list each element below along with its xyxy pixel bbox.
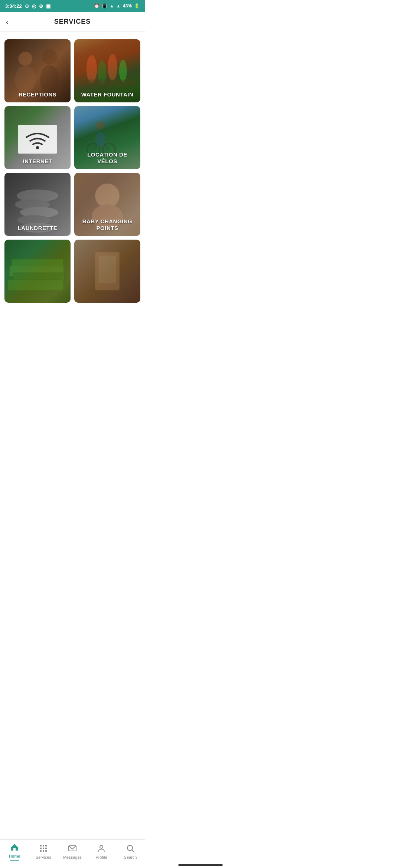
svg-point-16 (95, 132, 105, 147)
svg-point-9 (36, 146, 39, 149)
baby-changing-label: BABY CHANGING POINTS (74, 214, 140, 236)
service-card-internet[interactable]: INTERNET (4, 106, 71, 169)
svg-rect-27 (8, 280, 63, 290)
svg-rect-8 (81, 79, 137, 86)
services-grid: RÉCEPTIONS WATER FOUNTAIN (4, 39, 140, 303)
wifi-icon: ▲ (110, 3, 114, 9)
svg-point-0 (18, 52, 32, 65)
status-time: 3:34:22 (5, 3, 22, 9)
svg-point-6 (108, 54, 117, 80)
svg-rect-29 (99, 256, 116, 283)
service-card-baby-changing[interactable]: BABY CHANGING POINTS (74, 173, 140, 236)
status-bar: 3:34:22 ⊙ ◎ ⊕ ▣ ⏰ 📳 ▲ ▲ 43% 🔋 (0, 0, 145, 12)
back-button[interactable]: ‹ (6, 17, 9, 26)
record-icon: ◎ (32, 3, 36, 9)
extra-overlay (74, 240, 140, 303)
service-card-laundrette[interactable]: LAUNDRETTE (4, 173, 71, 236)
gallery-icon: ▣ (46, 3, 50, 9)
extra-label (74, 294, 140, 303)
laundrette-label: LAUNDRETTE (4, 220, 71, 236)
money-label (4, 294, 71, 303)
wifi-symbol (23, 128, 52, 150)
money-overlay (4, 240, 71, 303)
svg-point-7 (119, 60, 127, 82)
signal-icon: ▲ (116, 3, 121, 9)
page-title: SERVICES (54, 18, 91, 26)
water-fountain-label: WATER FOUNTAIN (74, 87, 140, 102)
service-card-water-fountain[interactable]: WATER FOUNTAIN (74, 39, 140, 102)
svg-point-15 (96, 121, 104, 129)
internet-label: INTERNET (4, 154, 71, 169)
service-card-extra[interactable] (74, 240, 140, 303)
svg-point-2 (42, 49, 57, 65)
location-velos-label: LOCATION DE VÉLOS (74, 147, 140, 169)
service-card-receptions[interactable]: RÉCEPTIONS (4, 39, 71, 102)
svg-point-22 (95, 184, 120, 208)
service-card-location-velos[interactable]: LOCATION DE VÉLOS (74, 106, 140, 169)
camera-icon: ⊙ (25, 3, 29, 9)
wifi-card (18, 125, 58, 154)
vibrate-icon: 📳 (102, 3, 107, 9)
status-right: ⏰ 📳 ▲ ▲ 43% 🔋 (94, 3, 140, 9)
page-header: ‹ SERVICES (0, 12, 145, 32)
vpn-icon: ⊕ (39, 3, 43, 9)
status-left: 3:34:22 ⊙ ◎ ⊕ ▣ (5, 3, 50, 9)
receptions-label: RÉCEPTIONS (4, 87, 71, 102)
bottom-spacer (4, 303, 140, 336)
battery-level: 43% (123, 3, 132, 9)
service-card-money[interactable] (4, 240, 71, 303)
alarm-icon: ⏰ (94, 3, 100, 9)
battery-icon: 🔋 (134, 3, 140, 9)
svg-point-4 (87, 55, 97, 83)
main-content: RÉCEPTIONS WATER FOUNTAIN (0, 32, 145, 341)
